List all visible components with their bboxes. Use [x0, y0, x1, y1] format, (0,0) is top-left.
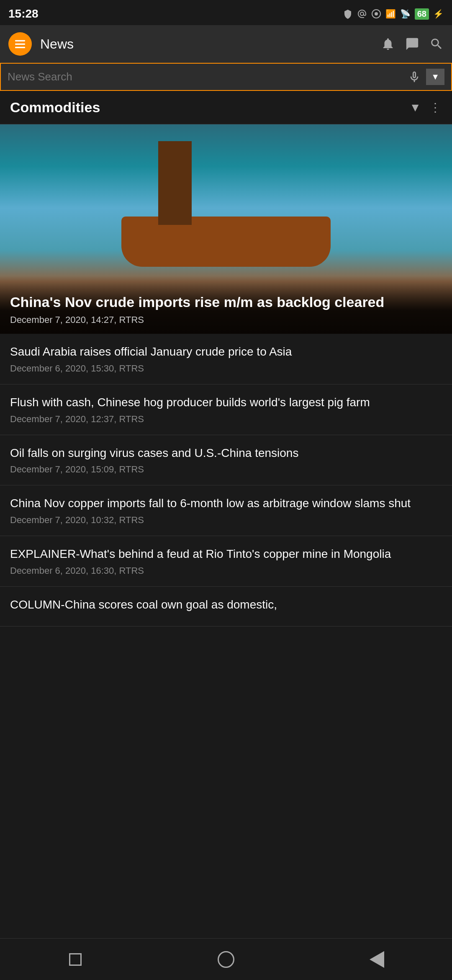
menu-icon: [13, 37, 27, 51]
mic-icon[interactable]: [408, 70, 421, 84]
app-title: News: [40, 36, 372, 52]
list-item[interactable]: COLUMN-China scores coal own goal as dom…: [0, 587, 452, 627]
back-icon: [370, 951, 384, 968]
circle-icon: [371, 9, 381, 19]
category-title: Commodities: [10, 99, 409, 116]
app-bar: News: [0, 25, 452, 63]
status-bar: 15:28 📶 📡 68 ⚡: [0, 0, 452, 25]
category-dropdown-icon[interactable]: ▼: [409, 101, 421, 114]
news-meta: December 7, 2020, 10:32, RTRS: [10, 515, 442, 526]
svg-rect-2: [15, 40, 25, 41]
home-icon: [218, 951, 234, 968]
list-item[interactable]: EXPLAINER-What's behind a feud at Rio Ti…: [0, 536, 452, 587]
news-title: Flush with cash, Chinese hog producer bu…: [10, 395, 442, 410]
list-item[interactable]: China Nov copper imports fall to 6-month…: [0, 485, 452, 536]
hero-article-title: China's Nov crude imports rise m/m as ba…: [10, 293, 442, 311]
shield-icon: [343, 9, 353, 19]
category-actions: ▼ ⋮: [409, 101, 442, 114]
news-title: Saudi Arabia raises official January cru…: [10, 344, 442, 360]
notification-icon[interactable]: [381, 37, 395, 51]
search-input[interactable]: [8, 70, 403, 83]
search-bar[interactable]: ▼: [0, 63, 452, 91]
list-item[interactable]: Oil falls on surging virus cases and U.S…: [0, 435, 452, 486]
search-icon[interactable]: [429, 37, 444, 51]
list-item[interactable]: Saudi Arabia raises official January cru…: [0, 334, 452, 384]
status-icons: 📶 📡 68 ⚡: [343, 8, 444, 20]
charging-icon: ⚡: [433, 9, 444, 19]
battery-icon: 68: [415, 8, 429, 20]
search-dropdown[interactable]: ▼: [426, 69, 444, 85]
hero-article-meta: December 7, 2020, 14:27, RTRS: [10, 315, 442, 325]
bottom-nav: [0, 938, 452, 980]
signal-icon: 📶: [385, 9, 396, 19]
hero-article[interactable]: China's Nov crude imports rise m/m as ba…: [0, 124, 452, 334]
news-list: Saudi Arabia raises official January cru…: [0, 334, 452, 938]
list-item[interactable]: Flush with cash, Chinese hog producer bu…: [0, 384, 452, 435]
stop-icon: [69, 953, 82, 966]
svg-rect-3: [15, 44, 25, 45]
news-title: EXPLAINER-What's behind a feud at Rio Ti…: [10, 546, 442, 562]
news-title: COLUMN-China scores coal own goal as dom…: [10, 597, 442, 613]
svg-point-1: [375, 12, 378, 15]
news-title: China Nov copper imports fall to 6-month…: [10, 495, 442, 511]
category-more-icon[interactable]: ⋮: [429, 101, 442, 114]
news-title: Oil falls on surging virus cases and U.S…: [10, 445, 442, 461]
app-logo[interactable]: [8, 32, 32, 56]
news-meta: December 7, 2020, 15:09, RTRS: [10, 464, 442, 475]
status-time: 15:28: [8, 7, 39, 21]
wifi-icon: 📡: [400, 9, 411, 19]
svg-rect-4: [15, 47, 25, 48]
stop-button[interactable]: [65, 949, 86, 970]
hero-overlay: China's Nov crude imports rise m/m as ba…: [0, 276, 452, 334]
home-button[interactable]: [216, 949, 236, 970]
at-icon: [357, 9, 367, 19]
news-meta: December 7, 2020, 12:37, RTRS: [10, 414, 442, 425]
message-icon[interactable]: [405, 37, 419, 51]
news-meta: December 6, 2020, 16:30, RTRS: [10, 565, 442, 576]
search-icons: [408, 70, 421, 84]
app-bar-icons: [381, 37, 444, 51]
news-meta: December 6, 2020, 15:30, RTRS: [10, 363, 442, 374]
back-button[interactable]: [366, 949, 387, 970]
category-header: Commodities ▼ ⋮: [0, 91, 452, 124]
